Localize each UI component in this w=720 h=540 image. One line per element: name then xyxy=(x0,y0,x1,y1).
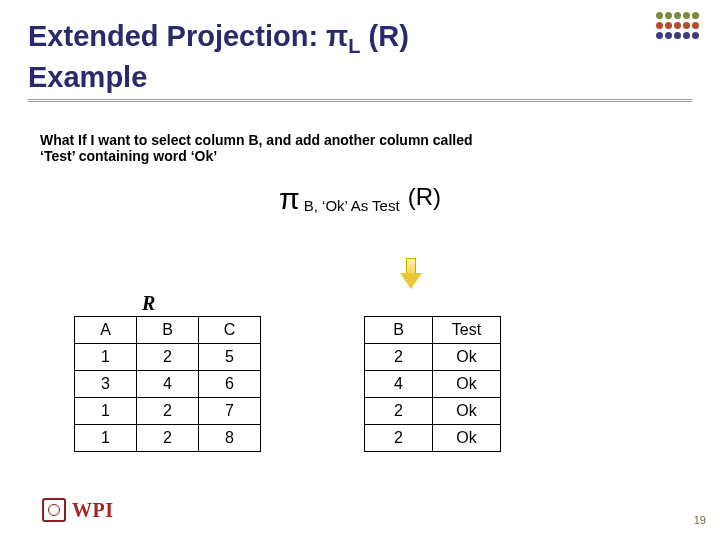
wpi-seal-icon xyxy=(42,498,66,522)
table-row: A B C xyxy=(75,317,261,344)
table-row: 125 xyxy=(75,344,261,371)
page-number: 19 xyxy=(694,514,706,526)
col-header: B xyxy=(137,317,199,344)
col-header: Test xyxy=(433,317,501,344)
col-header: B xyxy=(365,317,433,344)
table-result: B Test 2Ok 4Ok 2Ok 2Ok xyxy=(364,316,501,452)
table-R: A B C 125 346 127 128 xyxy=(74,316,261,452)
R-label: R xyxy=(142,292,155,315)
title-line1: Extended Projection: π xyxy=(28,20,348,52)
col-header: C xyxy=(199,317,261,344)
paren-R: (R) xyxy=(408,183,441,210)
down-arrow-icon xyxy=(400,258,422,290)
table-row: 128 xyxy=(75,425,261,452)
page-title: Extended Projection: πL (R) Example xyxy=(28,18,692,95)
projection-expression: π B, ‘Ok’ As Test (R) xyxy=(0,182,720,216)
pi-subscript: B, ‘Ok’ As Test xyxy=(300,197,404,214)
table-row: 4Ok xyxy=(365,371,501,398)
table-row: B Test xyxy=(365,317,501,344)
accent-dots xyxy=(655,12,700,42)
col-header: A xyxy=(75,317,137,344)
intro-text: What If I want to select column B, and a… xyxy=(0,106,520,168)
table-row: 2Ok xyxy=(365,425,501,452)
table-row: 127 xyxy=(75,398,261,425)
title-line2: Example xyxy=(28,61,147,93)
table-row: 346 xyxy=(75,371,261,398)
title-underline xyxy=(28,99,692,102)
title-block: Extended Projection: πL (R) Example xyxy=(0,0,720,106)
wpi-text: WPI xyxy=(72,499,114,522)
table-row: 2Ok xyxy=(365,344,501,371)
table-row: 2Ok xyxy=(365,398,501,425)
pi-symbol: π xyxy=(279,182,300,215)
title-after: (R) xyxy=(361,20,409,52)
wpi-logo: WPI xyxy=(42,498,114,522)
title-sub: L xyxy=(348,35,360,57)
